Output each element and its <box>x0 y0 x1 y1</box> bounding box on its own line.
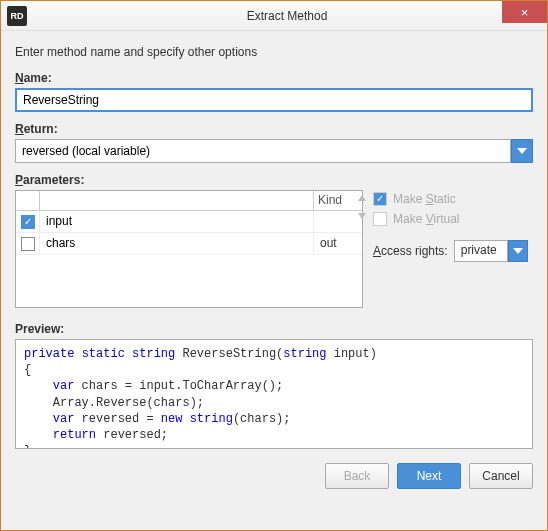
access-rights-select[interactable]: private <box>454 240 508 262</box>
make-static-option: Make Static <box>373 192 533 206</box>
return-value: reversed (local variable) <box>22 144 150 158</box>
return-dropdown-button[interactable] <box>511 139 533 163</box>
next-button[interactable]: Next <box>397 463 461 489</box>
close-icon: × <box>521 5 529 20</box>
access-rights-label: Access rights: <box>373 244 448 258</box>
arrow-down-icon <box>357 210 367 220</box>
method-name-input[interactable] <box>15 88 533 112</box>
access-rights-dropdown-button[interactable] <box>508 240 528 262</box>
app-icon: RD <box>7 6 27 26</box>
parameters-table[interactable]: Kind inputcharsout <box>15 190 363 308</box>
intro-text: Enter method name and specify other opti… <box>15 45 533 59</box>
return-label: Return: <box>15 122 533 136</box>
param-kind: out <box>314 233 362 254</box>
param-name: chars <box>40 233 314 254</box>
make-virtual-checkbox <box>373 212 387 226</box>
cancel-button[interactable]: Cancel <box>469 463 533 489</box>
make-static-checkbox <box>373 192 387 206</box>
param-name: input <box>40 211 314 232</box>
make-virtual-option: Make Virtual <box>373 212 533 226</box>
arrow-up-icon <box>357 194 367 204</box>
name-label: Name: <box>15 71 533 85</box>
move-up-button[interactable] <box>355 192 369 206</box>
param-checkbox[interactable] <box>21 215 35 229</box>
preview-code: private static string ReverseString(stri… <box>15 339 533 449</box>
back-button[interactable]: Back <box>325 463 389 489</box>
parameters-header: Kind <box>16 191 362 211</box>
move-down-button[interactable] <box>355 208 369 222</box>
parameters-label: Parameters: <box>15 173 533 187</box>
table-row[interactable]: input <box>16 211 362 233</box>
param-checkbox[interactable] <box>21 237 35 251</box>
table-row[interactable]: charsout <box>16 233 362 255</box>
close-button[interactable]: × <box>502 1 547 23</box>
preview-label: Preview: <box>15 322 533 336</box>
title-bar: RD Extract Method × <box>1 1 547 31</box>
chevron-down-icon <box>517 148 527 154</box>
chevron-down-icon <box>513 248 523 254</box>
return-select[interactable]: reversed (local variable) <box>15 139 511 163</box>
window-title: Extract Method <box>27 9 547 23</box>
